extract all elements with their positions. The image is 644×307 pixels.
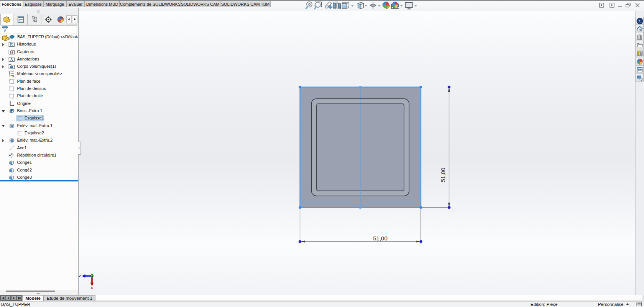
svg-text:51,00: 51,00: [373, 235, 388, 242]
svg-text:x: x: [91, 285, 94, 290]
svg-text:51,00: 51,00: [440, 168, 446, 182]
svg-text:z: z: [79, 273, 81, 278]
svg-text:A: A: [10, 58, 13, 62]
